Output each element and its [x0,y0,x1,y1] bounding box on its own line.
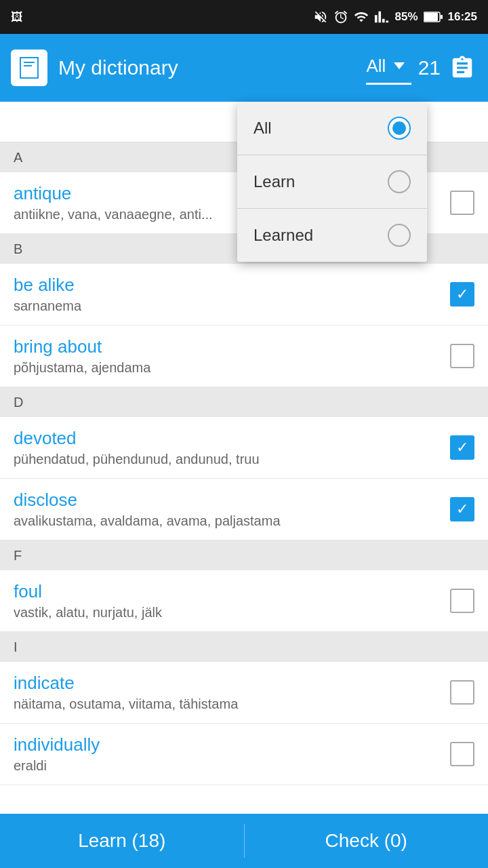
mute-icon [313,9,328,24]
word-checkbox[interactable] [450,191,474,215]
bottom-bar: Learn (18) Check (0) [0,814,488,868]
word-translation: põhjustama, ajendama [14,360,450,376]
status-right: 85% 16:25 [313,9,477,24]
alarm-icon [333,9,348,24]
svg-rect-7 [24,62,35,63]
word-checkbox[interactable]: ✓ [450,435,474,460]
status-left: 🖼 [11,10,23,24]
bookmark-icon [17,56,41,80]
word-checkbox[interactable]: ✓ [450,282,474,307]
word-title: disclose [14,490,450,511]
screenshot-icon: 🖼 [11,10,23,24]
word-checkbox[interactable]: ✓ [450,497,474,521]
battery-icon [424,11,443,23]
dropdown-item-learn[interactable]: Learn [237,155,427,209]
radio-circle [388,170,411,193]
word-translation: avalikustama, avaldama, avama, paljastam… [14,513,450,529]
filter-dropdown-trigger[interactable]: All [366,56,404,81]
word-checkbox[interactable] [450,742,474,766]
word-row[interactable]: indicate näitama, osutama, viitama, tähi… [0,662,488,724]
word-title: foul [14,581,450,602]
dropdown-item-label: Learned [253,226,313,245]
word-checkbox[interactable] [450,680,474,705]
word-content: disclose avalikustama, avaldama, avama, … [14,490,450,529]
wifi-icon [354,9,369,24]
word-row[interactable]: be alike sarnanema ✓ [0,264,488,326]
word-count: 21 [418,56,441,79]
word-translation: pühendatud, pühendunud, andunud, truu [14,452,450,467]
word-content: individually eraldi [14,734,450,774]
section-header-i: I [0,632,488,662]
battery-percent: 85% [394,10,418,24]
dropdown-item-label: Learn [253,172,295,191]
svg-rect-1 [424,13,438,21]
word-content: bring about põhjustama, ajendama [14,336,450,376]
word-content: indicate näitama, osutama, viitama, tähi… [14,673,450,712]
word-row[interactable]: individually eraldi [0,724,488,785]
section-header-d: D [0,387,488,417]
word-title: bring about [14,336,450,357]
word-title: devoted [14,428,450,449]
app-header: My dictionary All 21 [0,34,488,102]
clipboard-icon [449,55,475,81]
word-translation: vastik, alatu, nurjatu, jälk [14,605,450,620]
checkmark-icon: ✓ [456,440,468,455]
section-header-f: F [0,540,488,570]
status-bar: 🖼 85% 16:25 [0,0,488,34]
dropdown-item-all[interactable]: All [237,102,427,155]
dropdown-item-learned[interactable]: Learned [237,209,427,262]
word-translation: eraldi [14,758,450,774]
word-row[interactable]: devoted pühendatud, pühendunud, andunud,… [0,417,488,479]
svg-rect-2 [441,15,443,19]
dropdown-item-label: All [253,119,272,138]
checkmark-icon: ✓ [456,502,468,517]
word-content: devoted pühendatud, pühendunud, andunud,… [14,428,450,467]
word-row[interactable]: disclose avalikustama, avaldama, avama, … [0,479,488,540]
word-title: indicate [14,673,450,694]
clock: 16:25 [448,10,477,24]
clipboard-button[interactable] [447,53,477,83]
page-title: My dictionary [58,56,366,79]
word-row[interactable]: foul vastik, alatu, nurjatu, jälk [0,570,488,632]
word-translation: näitama, osutama, viitama, tähistama [14,696,450,712]
radio-circle [388,224,411,247]
filter-dropdown: All Learn Learned [237,102,427,262]
check-button[interactable]: Check (0) [245,814,489,868]
chevron-down-icon [394,62,405,69]
word-content: foul vastik, alatu, nurjatu, jälk [14,581,450,620]
radio-circle [388,117,411,140]
signal-icon [374,9,389,24]
radio-inner [392,121,406,135]
word-checkbox[interactable] [450,344,474,368]
checkmark-icon: ✓ [456,287,468,302]
word-title: individually [14,734,450,755]
word-translation: sarnanema [14,298,450,314]
learn-button[interactable]: Learn (18) [0,814,244,868]
filter-label: All [366,56,386,76]
word-checkbox[interactable] [450,589,474,613]
word-content: be alike sarnanema [14,275,450,314]
app-icon [11,50,47,86]
svg-rect-8 [24,65,32,66]
word-title: be alike [14,275,450,296]
word-row[interactable]: bring about põhjustama, ajendama [0,326,488,387]
